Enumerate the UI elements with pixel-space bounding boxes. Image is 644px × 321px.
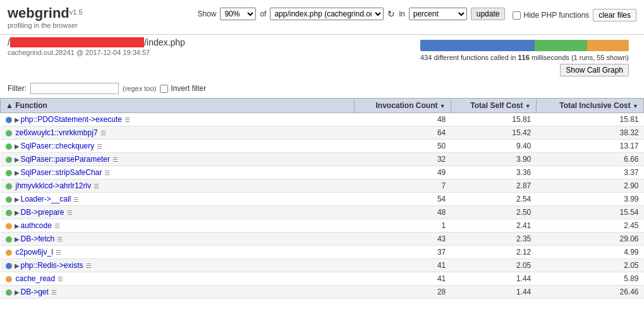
color-dot (6, 170, 12, 176)
lines-icon[interactable]: ☰ (51, 289, 60, 296)
function-name[interactable]: cache_read (16, 274, 56, 283)
color-dot (6, 263, 12, 269)
table-row: cache_read☰411.445.89 (1, 272, 644, 286)
table-row: ▶SqlPaser::stripSafeChar☰493.363.37 (1, 166, 644, 179)
color-dot (6, 276, 12, 282)
hide-php-checkbox[interactable] (513, 11, 521, 20)
function-name[interactable]: php::Redis->exists (21, 261, 83, 270)
col-inclusive-cost[interactable]: Total Inclusive Cost ▼ (536, 99, 643, 113)
lines-icon[interactable]: ☰ (125, 116, 133, 123)
lines-icon[interactable]: ☰ (57, 236, 66, 243)
invocation-count: 48 (354, 206, 451, 219)
filter-row: Filter: (regex too) Invert filter (0, 79, 644, 98)
lines-icon[interactable]: ☰ (56, 249, 64, 256)
col-self-cost[interactable]: Total Self Cost ▼ (451, 99, 536, 113)
color-dot (6, 223, 12, 229)
function-name[interactable]: authcode (21, 221, 52, 230)
invocation-count: 48 (354, 113, 451, 126)
bar-orange (587, 40, 629, 51)
expand-arrow[interactable]: ▶ (15, 209, 20, 216)
show-select[interactable]: 90% 100% 80% (220, 8, 256, 20)
invocation-count: 54 (354, 193, 451, 206)
inclusive-cost: 2.05 (536, 259, 643, 272)
logo-area: webgrindv1.5 profiling in the browser (8, 5, 83, 29)
format-select[interactable]: percent milliseconds (409, 8, 467, 20)
expand-arrow[interactable]: ▶ (15, 236, 20, 243)
function-name[interactable]: c2pow6jv_l (16, 248, 53, 257)
invocation-count: 43 (354, 233, 451, 246)
lines-icon[interactable]: ☰ (73, 196, 82, 203)
color-dot (6, 197, 12, 203)
invert-filter-checkbox[interactable] (160, 85, 168, 93)
lines-icon[interactable]: ☰ (100, 130, 109, 136)
self-cost: 15.42 (451, 126, 536, 140)
table-row: ▶php::PDOStatement->execute☰4815.8115.81 (1, 113, 644, 126)
col-function[interactable]: ▲ Function (1, 99, 355, 113)
inclusive-cost: 29.06 (536, 233, 643, 246)
lines-icon[interactable]: ☰ (94, 183, 102, 190)
invocation-count: 32 (354, 153, 451, 166)
function-cell: ▶SqlPaser::stripSafeChar☰ (1, 166, 355, 179)
ms-value: 116 (518, 54, 530, 61)
inclusive-cost: 5.89 (536, 272, 643, 286)
inclusive-cost: 15.54 (536, 206, 643, 219)
invocation-count: 28 (354, 286, 451, 299)
self-cost: 9.40 (451, 140, 536, 153)
file-path: / /index.php (8, 37, 185, 47)
sort-icon-self: ▼ (525, 103, 531, 109)
function-name[interactable]: SqlPaser::stripSafeChar (21, 168, 102, 177)
show-call-graph-button[interactable]: Show Call Graph (560, 64, 629, 76)
logo-title: webgrind (8, 5, 70, 21)
cache-info: cachegrind.out.28241 @ 2017-12-04 19:34:… (8, 49, 185, 56)
function-name[interactable]: SqlPaser::parseParameter (21, 155, 110, 164)
expand-arrow[interactable]: ▶ (15, 169, 20, 176)
lines-icon[interactable]: ☰ (97, 143, 106, 150)
color-dot (6, 157, 12, 163)
expand-arrow[interactable]: ▶ (15, 196, 20, 203)
col-invocation[interactable]: Invocation Count ▼ (354, 99, 451, 113)
lines-icon[interactable]: ☰ (58, 276, 66, 282)
file-select[interactable]: app/index.php (cachegrind.ou... (270, 8, 384, 20)
invocation-count: 37 (354, 246, 451, 259)
lines-icon[interactable]: ☰ (54, 222, 63, 229)
lines-icon[interactable]: ☰ (86, 262, 95, 269)
logo-subtitle: profiling in the browser (8, 21, 83, 29)
function-name[interactable]: jhmyvkklcd->ahrlr12rlv (16, 181, 92, 190)
lines-icon[interactable]: ☰ (112, 156, 121, 163)
inclusive-cost: 38.32 (536, 126, 643, 140)
invert-filter-label[interactable]: Invert filter (160, 84, 206, 93)
lines-icon[interactable]: ☰ (104, 169, 113, 176)
function-name[interactable]: SqlPaser::checkquery (21, 142, 95, 150)
update-button[interactable]: update (471, 8, 506, 20)
inclusive-cost: 6.66 (536, 153, 643, 166)
filter-input[interactable] (30, 83, 119, 94)
perf-bar (420, 40, 629, 51)
function-name[interactable]: ze6xwuylc1::vnrkkmbpj7 (16, 128, 98, 137)
function-cell: ▶DB->fetch☰ (1, 233, 355, 246)
function-name[interactable]: Loader->__call (21, 195, 71, 203)
color-dot (6, 236, 12, 243)
function-name[interactable]: DB->get (21, 288, 49, 296)
expand-arrow[interactable]: ▶ (15, 289, 20, 296)
expand-arrow[interactable]: ▶ (15, 222, 20, 229)
expand-arrow[interactable]: ▶ (15, 143, 20, 150)
function-name[interactable]: DB->fetch (21, 234, 55, 243)
clear-files-button[interactable]: clear files (593, 9, 636, 21)
expand-arrow[interactable]: ▶ (15, 262, 20, 269)
invocation-count: 41 (354, 272, 451, 286)
function-cell: ▶php::PDOStatement->execute☰ (1, 113, 355, 126)
function-cell: cache_read☰ (1, 272, 355, 286)
expand-arrow[interactable]: ▶ (15, 116, 20, 123)
inclusive-cost: 4.99 (536, 246, 643, 259)
lines-icon[interactable]: ☰ (67, 209, 76, 216)
expand-arrow[interactable]: ▶ (15, 156, 20, 163)
color-dot (6, 130, 12, 136)
hide-php-label[interactable]: Hide PHP functions (513, 11, 589, 20)
perf-text: 434 different functions called in 116 mi… (420, 54, 629, 61)
inclusive-cost: 3.37 (536, 166, 643, 179)
path-suffix: /index.php (144, 37, 185, 47)
function-name[interactable]: DB->prepare (21, 208, 64, 217)
function-name[interactable]: php::PDOStatement->execute (21, 115, 122, 124)
reload-icon[interactable]: ↻ (387, 9, 395, 19)
color-dot (6, 250, 12, 256)
